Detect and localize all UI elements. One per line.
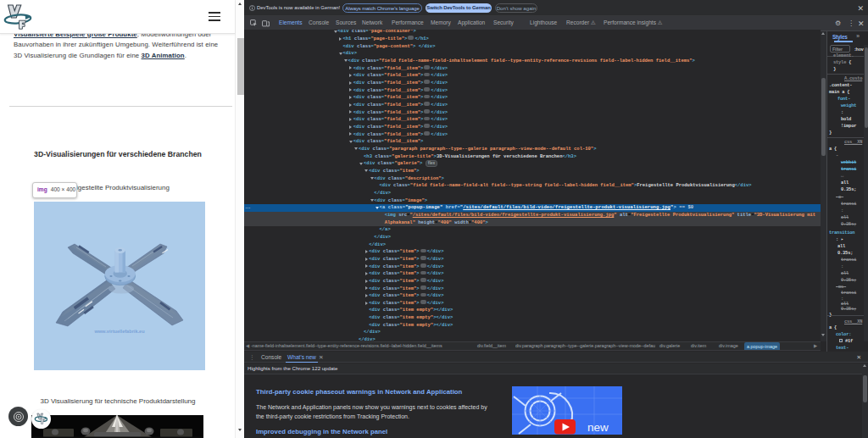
svg-text:www.virtuellefabrik.eu: www.virtuellefabrik.eu <box>93 329 145 334</box>
svg-text:new: new <box>587 421 609 434</box>
